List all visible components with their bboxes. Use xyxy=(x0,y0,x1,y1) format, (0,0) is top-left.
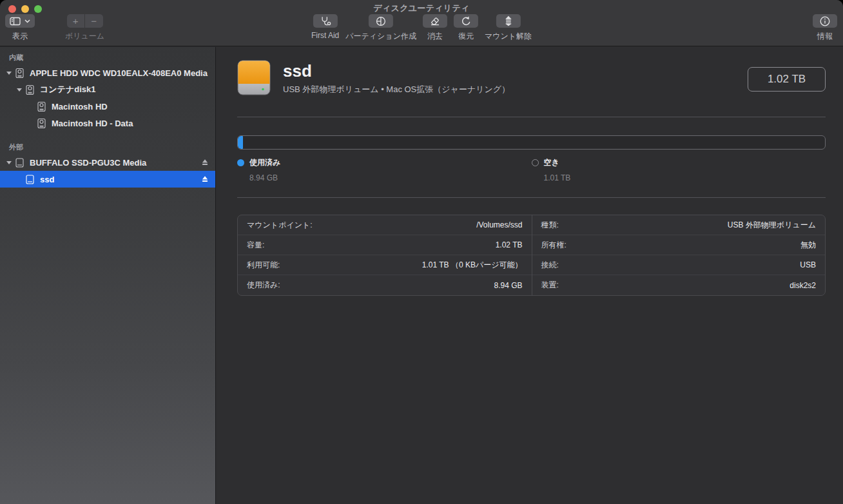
sidebar-item-label: Macintosh HD - Data xyxy=(52,119,133,128)
volume-icon xyxy=(36,101,47,112)
sidebar-item-ssd[interactable]: ssd xyxy=(0,171,215,188)
details-table: マウントポイント: /Volumes/ssd 容量: 1.02 TB 利用可能:… xyxy=(237,215,826,296)
table-row: 容量: 1.02 TB xyxy=(238,235,532,255)
unmount-eject-icon xyxy=(503,15,514,26)
external-drive-icon xyxy=(237,59,271,99)
view-group: 表示 xyxy=(5,14,35,42)
restore-arrow-icon xyxy=(460,15,472,26)
sidebar-item-label: ssd xyxy=(40,175,54,184)
capacity-bar xyxy=(237,135,826,150)
capacity-badge: 1.02 TB xyxy=(748,67,826,92)
volume-segmented-control: + − xyxy=(67,14,103,28)
ownership-value: 無効 xyxy=(800,240,816,251)
legend-used-label: 使用済み xyxy=(249,157,280,168)
info-icon xyxy=(819,15,831,27)
info-button[interactable] xyxy=(813,14,837,28)
partition-button[interactable] xyxy=(369,14,393,28)
sidebar-item-buffalo-ssd[interactable]: BUFFALO SSD-PGU3C Media xyxy=(0,154,215,171)
sidebar: 内蔵 APPLE HDD WDC WD10EALX-408EA0 Media xyxy=(0,47,216,504)
erase-label: 消去 xyxy=(427,31,443,42)
sidebar-layout-icon xyxy=(10,16,21,26)
details-left-column: マウントポイント: /Volumes/ssd 容量: 1.02 TB 利用可能:… xyxy=(238,215,532,295)
volume-label: ボリューム xyxy=(65,31,104,42)
table-row: マウントポイント: /Volumes/ssd xyxy=(238,215,532,235)
volume-group: + − ボリューム xyxy=(65,14,104,42)
eject-icon[interactable] xyxy=(200,175,209,184)
legend-free-value: 1.01 TB xyxy=(544,173,826,182)
volume-header: ssd USB 外部物理ボリューム • Mac OS拡張（ジャーナリング） 1.… xyxy=(237,59,826,99)
internal-disk-icon xyxy=(24,84,35,95)
legend-used-value: 8.94 GB xyxy=(249,173,532,182)
legend-used-dot xyxy=(237,159,244,166)
disclosure-triangle[interactable] xyxy=(15,88,23,92)
add-volume-button[interactable]: + xyxy=(67,14,85,28)
capacity-value: 1.02 TB xyxy=(496,240,523,249)
restore-label: 復元 xyxy=(458,31,474,42)
table-row: 利用可能: 1.01 TB （0 KBパージ可能） xyxy=(238,255,532,275)
section-external: 外部 xyxy=(0,137,215,154)
traffic-lights xyxy=(8,5,42,13)
connection-value: USB xyxy=(800,260,816,269)
sidebar-item-macintosh-hd-data[interactable]: Macintosh HD - Data xyxy=(0,115,215,131)
close-window-button[interactable] xyxy=(8,5,16,13)
eraser-icon xyxy=(429,15,441,26)
first-aid-button[interactable] xyxy=(313,14,338,28)
partition-label: パーティション作成 xyxy=(345,31,416,42)
table-row: 使用済み: 8.94 GB xyxy=(238,275,532,295)
table-row: 種類: USB 外部物理ボリューム xyxy=(532,215,826,235)
available-value: 1.01 TB （0 KBパージ可能） xyxy=(422,260,523,271)
details-right-column: 種類: USB 外部物理ボリューム 所有権: 無効 接続: USB 装置: di… xyxy=(532,215,826,295)
remove-volume-button[interactable]: − xyxy=(85,14,103,28)
sidebar-item-container-disk1[interactable]: コンテナdisk1 xyxy=(0,81,215,98)
external-disk-icon xyxy=(14,157,25,168)
unmount-button[interactable] xyxy=(496,14,521,28)
view-button[interactable] xyxy=(5,14,35,28)
minimize-window-button[interactable] xyxy=(21,5,29,13)
sidebar-item-macintosh-hd[interactable]: Macintosh HD xyxy=(0,98,215,115)
table-row: 装置: disk2s2 xyxy=(532,275,826,295)
legend-free-dot xyxy=(532,159,539,166)
zoom-window-button[interactable] xyxy=(34,5,42,13)
mount-point-value: /Volumes/ssd xyxy=(476,220,522,229)
partition-pie-icon xyxy=(375,15,387,27)
info-group: 情報 xyxy=(813,14,837,42)
stethoscope-icon xyxy=(320,15,331,26)
volume-icon xyxy=(36,118,47,129)
usage-legend: 使用済み 8.94 GB 空き 1.01 TB xyxy=(237,157,826,182)
first-aid-label: First Aid xyxy=(311,31,339,40)
info-label: 情報 xyxy=(817,31,833,42)
separator xyxy=(237,117,826,117)
eject-icon[interactable] xyxy=(200,158,209,167)
chevron-down-icon xyxy=(24,19,30,23)
device-value: disk2s2 xyxy=(790,281,816,290)
toolbar: ディスクユーティリティ xyxy=(0,0,843,46)
main-panel: ssd USB 外部物理ボリューム • Mac OS拡張（ジャーナリング） 1.… xyxy=(217,47,843,504)
restore-button[interactable] xyxy=(454,14,478,28)
toolbar-actions: First Aid パーティション作成 xyxy=(311,14,532,42)
internal-disk-icon xyxy=(14,68,25,79)
external-volume-icon xyxy=(24,174,35,185)
window-title: ディスクユーティリティ xyxy=(0,3,843,14)
disk-utility-window: ディスクユーティリティ xyxy=(0,0,843,504)
capacity-bar-used xyxy=(238,136,243,149)
volume-subtitle: USB 外部物理ボリューム • Mac OS拡張（ジャーナリング） xyxy=(283,84,510,95)
unmount-label: マウント解除 xyxy=(485,31,532,42)
separator xyxy=(237,197,826,198)
sidebar-item-label: Macintosh HD xyxy=(52,102,108,111)
type-value: USB 外部物理ボリューム xyxy=(728,220,816,231)
sidebar-item-label: コンテナdisk1 xyxy=(40,84,95,95)
table-row: 所有権: 無効 xyxy=(532,235,826,255)
used-value: 8.94 GB xyxy=(494,281,522,290)
legend-free-label: 空き xyxy=(544,157,559,168)
sidebar-item-label: APPLE HDD WDC WD10EALX-408EA0 Media xyxy=(30,68,208,78)
sidebar-item-label: BUFFALO SSD-PGU3C Media xyxy=(30,158,146,168)
disclosure-triangle[interactable] xyxy=(5,161,13,164)
disclosure-triangle[interactable] xyxy=(5,72,13,75)
erase-button[interactable] xyxy=(423,14,447,28)
volume-title: ssd xyxy=(283,63,510,80)
sidebar-item-apple-hdd[interactable]: APPLE HDD WDC WD10EALX-408EA0 Media xyxy=(0,64,215,81)
view-label: 表示 xyxy=(12,31,28,42)
table-row: 接続: USB xyxy=(532,255,826,275)
section-internal: 内蔵 xyxy=(0,47,215,64)
